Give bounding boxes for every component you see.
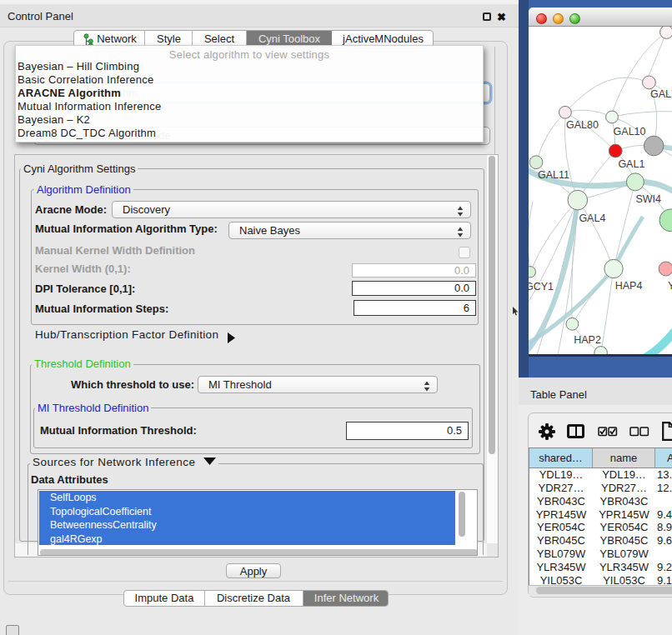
svg-text:YM: YM (668, 280, 672, 292)
svg-text:GAL11: GAL11 (538, 169, 569, 181)
svg-text:GAL4: GAL4 (579, 212, 605, 224)
svg-text:GCY1: GCY1 (529, 281, 554, 292)
svg-text:GAL7: GAL7 (650, 88, 672, 100)
svg-text:GAL1: GAL1 (618, 158, 644, 170)
svg-text:SWI4: SWI4 (635, 193, 661, 205)
svg-text:GAL80: GAL80 (566, 119, 599, 131)
svg-text:GAL10: GAL10 (614, 126, 646, 138)
svg-text:HAP4: HAP4 (615, 280, 643, 292)
svg-text:HAP2: HAP2 (574, 334, 601, 346)
